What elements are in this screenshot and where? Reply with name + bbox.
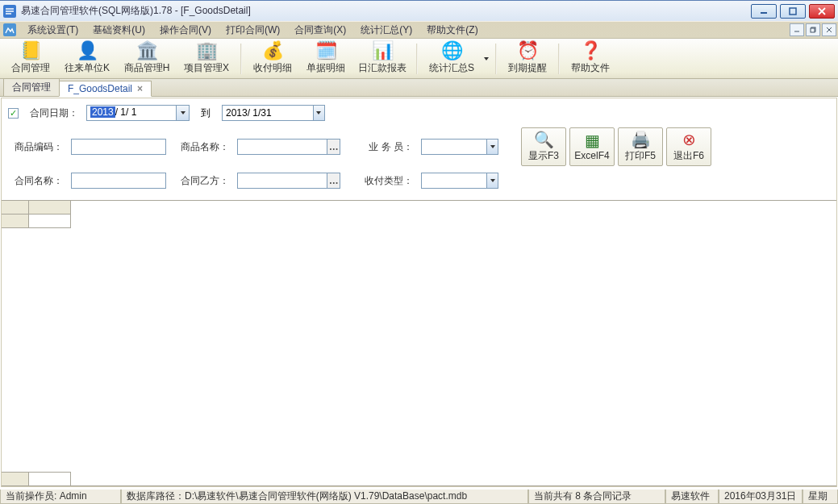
party-b-input[interactable]: [238, 173, 327, 188]
date-checkbox[interactable]: [8, 108, 19, 119]
tab-contract-manage[interactable]: 合同管理: [3, 78, 60, 96]
menu-statistics[interactable]: 统计汇总(Y): [354, 22, 419, 39]
grid-cell[interactable]: [29, 215, 71, 228]
exit-button[interactable]: ⊗退出F6: [666, 127, 711, 166]
contract-date-label: 合同日期：: [30, 106, 78, 120]
dropdown-arrow-icon[interactable]: [176, 106, 189, 120]
mdi-restore-button[interactable]: [806, 23, 820, 36]
toolbar-daily-report[interactable]: 📊日汇款报表: [353, 41, 411, 77]
party-b-picker[interactable]: …: [237, 173, 340, 189]
grid-corner[interactable]: [2, 201, 29, 215]
tab-goods-detail[interactable]: F_GoodsDetail×: [59, 81, 152, 97]
status-brand: 易速软件: [665, 489, 719, 504]
filter-panel: 合同日期： 2013/ 1/ 1 到 商品编码： 商品名称： … 业 务 员：: [2, 98, 836, 200]
toolbar-dropdown-arrow[interactable]: [482, 56, 490, 62]
toolbar-icon: ❓: [580, 42, 602, 60]
type-input[interactable]: [422, 173, 486, 188]
toolbar-goods-manage[interactable]: 🏛️商品管理H: [118, 41, 176, 77]
exit-button-label: 退出F6: [673, 149, 704, 163]
minimize-button[interactable]: [751, 4, 777, 19]
toolbar-icon: 👤: [77, 42, 98, 60]
toolbar-icon: 💰: [262, 42, 284, 60]
menu-operate-contract[interactable]: 操作合同(V): [153, 22, 218, 39]
data-grid[interactable]: [2, 200, 836, 486]
toolbar-label: 合同管理: [11, 61, 50, 75]
statusbar: 当前操作员: Admin 数据库路径：D:\易速软件\易速合同管理软件(网络版)…: [0, 488, 838, 504]
toolbar-label: 到期提醒: [508, 61, 547, 75]
svg-rect-8: [811, 28, 815, 32]
menu-help[interactable]: 帮助文件(Z): [420, 22, 484, 39]
toolbar-label: 商品管理H: [124, 61, 170, 75]
excel-button[interactable]: ▦ExcelF4: [569, 127, 615, 166]
toolbar-help[interactable]: ❓帮助文件: [565, 41, 616, 77]
toolbar-separator: [558, 44, 560, 74]
toolbar-expiry-remind[interactable]: ⏰到期提醒: [502, 41, 553, 77]
close-button[interactable]: [809, 4, 835, 19]
toolbar-bill-detail[interactable]: 🗓️单据明细: [300, 41, 352, 77]
toolbar-icon: 📊: [372, 42, 394, 60]
clerk-combo[interactable]: [421, 139, 498, 155]
toolbar-icon: 📒: [20, 42, 42, 60]
grid-footer-cell: [29, 472, 71, 485]
ellipsis-button[interactable]: …: [327, 173, 340, 188]
dropdown-arrow-icon[interactable]: [313, 106, 324, 120]
dropdown-arrow-icon[interactable]: [486, 173, 498, 188]
titlebar: 易速合同管理软件(SQL网络版)1.78 - [F_GoodsDetail]: [0, 0, 838, 21]
toolbar-label: 帮助文件: [571, 61, 610, 75]
toolbar-label: 日汇款报表: [358, 61, 406, 75]
grid-row-header[interactable]: [2, 215, 29, 228]
toolbar-company[interactable]: 👤往来单位K: [58, 41, 116, 77]
menubar-icon: [3, 23, 16, 36]
print-button-label: 打印F5: [625, 149, 656, 163]
tab-close-icon[interactable]: ×: [137, 83, 143, 94]
excel-button-label: ExcelF4: [574, 150, 609, 161]
maximize-button[interactable]: [780, 4, 806, 19]
toolbar-label: 收付明细: [253, 61, 292, 75]
grid-col-header[interactable]: [29, 201, 71, 215]
status-date: 2016年03月31日: [719, 489, 803, 504]
show-button[interactable]: 🔍显示F3: [521, 127, 566, 166]
type-combo[interactable]: [421, 173, 498, 189]
mdi-close-button[interactable]: [822, 23, 836, 36]
mdi-minimize-button[interactable]: [790, 23, 804, 36]
toolbar: 📒合同管理👤往来单位K🏛️商品管理H🏢项目管理X💰收付明细🗓️单据明细📊日汇款报…: [0, 39, 838, 79]
toolbar-icon: 🏛️: [136, 42, 158, 60]
tab-strip: 合同管理 F_GoodsDetail×: [0, 79, 838, 97]
print-button[interactable]: 🖨️打印F5: [618, 127, 663, 166]
status-dbpath: 数据库路径：D:\易速软件\易速合同管理软件(网络版) V1.79\DataBa…: [121, 489, 528, 504]
toolbar-statistics[interactable]: 🌐统计汇总S: [423, 41, 481, 77]
menu-system[interactable]: 系统设置(T): [21, 22, 85, 39]
toolbar-project-manage[interactable]: 🏢项目管理X: [177, 41, 236, 77]
dropdown-arrow-icon[interactable]: [486, 140, 498, 154]
toolbar-icon: 🌐: [441, 42, 463, 60]
menubar: 系统设置(T) 基础资料(U) 操作合同(V) 打印合同(W) 合同查询(X) …: [0, 21, 838, 39]
content-area: 合同日期： 2013/ 1/ 1 到 商品编码： 商品名称： … 业 务 员：: [1, 98, 837, 487]
goods-name-input[interactable]: [238, 140, 327, 154]
menu-query-contract[interactable]: 合同查询(X): [288, 22, 352, 39]
app-icon: [3, 5, 16, 18]
date-to-input[interactable]: [223, 106, 313, 120]
contract-name-input[interactable]: [71, 173, 166, 189]
goods-code-input[interactable]: [71, 139, 166, 155]
menu-basic-data[interactable]: 基础资料(U): [86, 22, 152, 39]
svg-marker-11: [484, 57, 489, 60]
ellipsis-button[interactable]: …: [327, 140, 340, 154]
goods-code-label: 商品编码：: [8, 140, 63, 154]
toolbar-label: 统计汇总S: [429, 61, 474, 75]
goods-name-label: 商品名称：: [174, 140, 229, 154]
toolbar-payment-detail[interactable]: 💰收付明细: [247, 41, 298, 77]
clerk-label: 业 务 员：: [348, 140, 413, 154]
status-count: 当前共有 8 条合同记录: [528, 489, 665, 504]
toolbar-contract-manage[interactable]: 📒合同管理: [5, 41, 56, 77]
menu-print-contract[interactable]: 打印合同(W): [219, 22, 286, 39]
date-from-combo[interactable]: 2013/ 1/ 1: [86, 105, 190, 121]
svg-rect-2: [790, 8, 796, 15]
toolbar-icon: 🏢: [196, 42, 218, 60]
tab-label: 合同管理: [12, 81, 51, 93]
toolbar-separator: [416, 44, 418, 74]
status-operator: 当前操作员: Admin: [0, 489, 121, 504]
goods-name-picker[interactable]: …: [237, 139, 340, 155]
date-to-combo[interactable]: [222, 105, 325, 121]
grid-footer-header: [2, 472, 29, 485]
clerk-input[interactable]: [422, 140, 486, 154]
